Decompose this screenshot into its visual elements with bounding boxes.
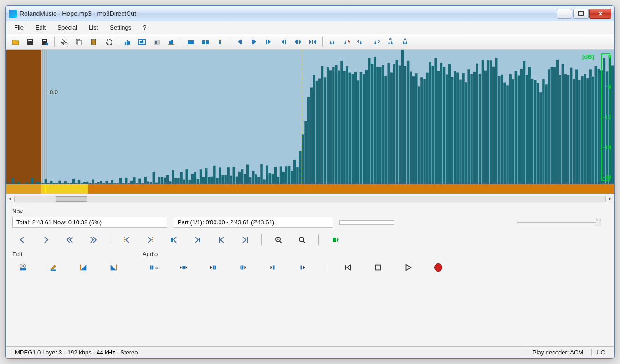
sel-clear-button[interactable]	[199, 36, 212, 48]
fade-out-button[interactable]	[102, 260, 124, 275]
nav-fwd-button[interactable]	[83, 233, 103, 246]
nav-slider[interactable]	[517, 222, 599, 223]
nav-prev-button[interactable]	[12, 233, 32, 246]
svg-rect-107	[191, 174, 194, 184]
cue-next-button[interactable]	[369, 36, 383, 48]
cue-up-button[interactable]	[384, 36, 397, 48]
menu-edit[interactable]: Edit	[30, 22, 51, 33]
marker-shrink-button[interactable]	[306, 36, 319, 48]
zoom-in-button[interactable]: +	[268, 233, 288, 246]
edit-pen-button[interactable]	[42, 260, 64, 275]
nav-rew-button[interactable]	[60, 233, 80, 246]
svg-rect-50	[34, 183, 36, 184]
cue-add-button[interactable]	[325, 36, 339, 48]
zoom-sel-button[interactable]	[150, 36, 164, 48]
sel-all-button[interactable]	[184, 36, 198, 48]
marker-prev-button[interactable]	[233, 36, 246, 48]
svg-rect-98	[166, 175, 169, 184]
open-button[interactable]	[9, 36, 22, 48]
statusbar: MPEG1.0 Layer 3 - 192 kbps - 44 kHz - St…	[6, 346, 614, 358]
svg-rect-259	[611, 65, 614, 184]
nav-next-button[interactable]	[36, 233, 56, 246]
scroll-right-icon[interactable]: ►	[606, 195, 614, 202]
cue-del-button[interactable]	[340, 36, 354, 48]
minimize-button[interactable]	[557, 9, 572, 19]
menu-list[interactable]: List	[83, 22, 103, 33]
svg-rect-29	[202, 40, 205, 44]
svg-rect-232	[537, 83, 539, 184]
close-button[interactable]	[589, 9, 611, 19]
svg-rect-286	[215, 266, 216, 270]
svg-rect-231	[534, 80, 536, 184]
svg-rect-45	[20, 183, 22, 184]
sel-split-button[interactable]	[213, 36, 227, 48]
fade-in-button[interactable]	[72, 260, 94, 275]
nav-begin-button[interactable]	[211, 233, 231, 246]
marker-expand-button[interactable]	[291, 36, 305, 48]
zoom-out-button[interactable]: −	[292, 233, 312, 246]
zoom-region-button[interactable]	[121, 36, 134, 48]
svg-rect-66	[78, 180, 80, 184]
cue-prev-button[interactable]	[354, 36, 368, 48]
horizontal-scrollbar[interactable]: ◄ ►	[6, 194, 614, 203]
save-button[interactable]	[23, 36, 37, 48]
play-to-button[interactable]	[293, 260, 315, 275]
save-as-button[interactable]	[38, 36, 51, 48]
waveform-display[interactable]: 0.0 [dB] 0 -6 -12 -18 -48	[6, 50, 614, 184]
svg-rect-131	[257, 177, 260, 184]
marker-start-button[interactable]	[262, 36, 276, 48]
cut-button[interactable]	[57, 36, 71, 48]
svg-rect-219	[501, 75, 503, 184]
paste-button[interactable]	[87, 36, 100, 48]
svg-rect-16	[92, 39, 95, 40]
titlebar[interactable]: RolandMusic - Hope.mp3 - mp3DirectCut	[6, 6, 614, 21]
marker-end-button[interactable]	[277, 36, 290, 48]
copy-button[interactable]	[72, 36, 86, 48]
menubar: File Edit Special List Settings ?	[6, 21, 614, 34]
scroll-left-icon[interactable]: ◄	[6, 195, 14, 202]
overview-bar[interactable]	[6, 184, 614, 194]
svg-rect-154	[321, 66, 323, 184]
menu-help[interactable]: ?	[138, 22, 152, 33]
play-from-button[interactable]	[263, 260, 285, 275]
undo-button[interactable]	[101, 36, 115, 48]
svg-rect-68	[83, 182, 86, 184]
maximize-button[interactable]	[573, 9, 589, 19]
play-sel-button[interactable]	[203, 260, 225, 275]
play-out-button[interactable]	[233, 260, 255, 275]
play-in-button[interactable]	[173, 260, 195, 275]
svg-rect-287	[241, 266, 242, 270]
playhead-cursor[interactable]	[302, 50, 302, 184]
scroll-thumb[interactable]	[56, 196, 87, 202]
play-sel-button[interactable]	[325, 233, 345, 246]
svg-rect-265	[247, 237, 248, 243]
svg-rect-70	[89, 183, 91, 184]
nav-sel-start-button[interactable]	[117, 233, 137, 246]
svg-rect-242	[564, 74, 567, 184]
cue-down-button[interactable]	[398, 36, 412, 48]
stop-button[interactable]	[367, 260, 389, 275]
skip-back-button[interactable]	[337, 260, 359, 275]
scroll-track[interactable]	[14, 196, 606, 202]
svg-rect-84	[128, 183, 130, 184]
svg-rect-187	[412, 76, 415, 184]
svg-rect-116	[216, 178, 218, 184]
edit-cut-button[interactable]	[12, 260, 34, 275]
svg-rect-134	[266, 166, 268, 184]
loop-button[interactable]: ∞	[143, 260, 164, 275]
nav-cut-start-button[interactable]	[164, 233, 184, 246]
marker-next-button[interactable]	[247, 36, 261, 48]
menu-settings[interactable]: Settings	[104, 22, 137, 33]
nav-sel-end-button[interactable]	[140, 233, 160, 246]
play-button[interactable]	[397, 260, 419, 275]
svg-rect-199	[446, 74, 448, 184]
nav-cut-end-button[interactable]	[188, 233, 208, 246]
nav-end-button[interactable]	[235, 233, 255, 246]
slider-knob[interactable]	[596, 219, 601, 226]
svg-rect-26	[171, 40, 173, 45]
menu-special[interactable]: Special	[52, 22, 82, 33]
record-button[interactable]	[427, 260, 449, 275]
menu-file[interactable]: File	[9, 22, 29, 33]
zoom-fit-button[interactable]	[135, 36, 149, 48]
zoom-mark-button[interactable]	[164, 36, 178, 48]
